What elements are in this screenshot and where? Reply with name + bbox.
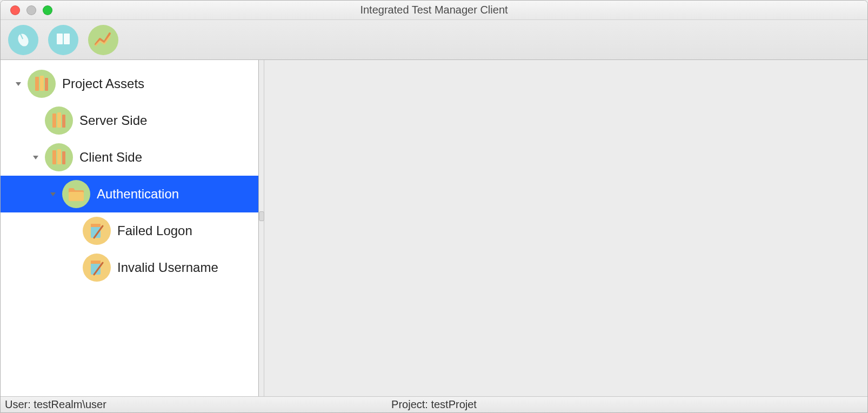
tree-node-client-side[interactable]: Client Side [1,139,258,176]
tree-node-server-side[interactable]: Server Side [1,102,258,139]
minimize-window-button[interactable] [26,5,36,15]
svg-rect-6 [35,77,39,91]
toolbar [1,20,867,60]
svg-marker-16 [50,192,56,196]
toolbar-button-reports[interactable] [88,25,118,55]
zoom-window-button[interactable] [43,5,52,15]
status-user: User: testRealm\user [5,398,106,411]
statusbar: User: testRealm\user Project: testProjet [1,396,867,412]
disclosure-triangle-icon[interactable] [31,152,41,162]
chart-icon [94,29,113,51]
tree-node-authentication[interactable]: Authentication [1,176,258,212]
svg-rect-22 [91,261,101,264]
split-handle[interactable] [259,60,264,396]
tree-node-label: Authentication [97,186,179,202]
library-icon [45,106,73,135]
status-project: Project: testProjet [391,398,477,411]
main-split: Project Assets Server Side [1,60,867,396]
close-window-button[interactable] [10,5,20,15]
svg-rect-2 [57,34,63,44]
svg-rect-17 [69,192,84,201]
tree-node-project-assets[interactable]: Project Assets [1,65,258,102]
svg-rect-11 [62,115,65,128]
library-icon [28,70,56,98]
disclosure-triangle-icon[interactable] [48,189,58,199]
tree-node-invalid-username[interactable]: Invalid Username [1,249,258,286]
tree-node-label: Invalid Username [117,260,218,275]
tree-node-label: Failed Logon [117,223,192,238]
app-window: Integrated Test Manager Client [0,0,868,413]
content-pane [264,60,867,396]
tree-node-label: Project Assets [62,76,144,91]
disclosure-triangle-icon[interactable] [14,79,23,89]
svg-rect-15 [62,151,65,164]
svg-rect-9 [52,114,56,128]
tree-node-label: Client Side [79,150,142,165]
tree-node-failed-logon[interactable]: Failed Logon [1,212,258,249]
svg-point-0 [16,32,30,48]
traffic-lights [1,5,52,15]
tree-node-label: Server Side [79,113,147,128]
svg-rect-10 [57,112,61,128]
svg-rect-14 [57,149,61,164]
toolbar-button-record[interactable] [8,25,38,55]
svg-marker-12 [33,156,38,159]
svg-rect-19 [91,224,101,227]
folder-icon [62,180,90,208]
svg-rect-13 [52,150,56,164]
window-title: Integrated Test Manager Client [1,4,867,16]
mouse-icon [15,30,32,50]
svg-rect-3 [64,34,70,44]
svg-rect-7 [40,76,44,91]
toolbar-button-docs[interactable] [48,25,78,55]
test-icon [83,217,111,245]
svg-rect-8 [45,78,48,91]
project-tree[interactable]: Project Assets Server Side [1,60,259,396]
library-icon [45,143,73,171]
book-icon [54,30,72,50]
titlebar: Integrated Test Manager Client [1,1,867,20]
test-icon [83,254,111,282]
svg-marker-5 [16,82,21,86]
